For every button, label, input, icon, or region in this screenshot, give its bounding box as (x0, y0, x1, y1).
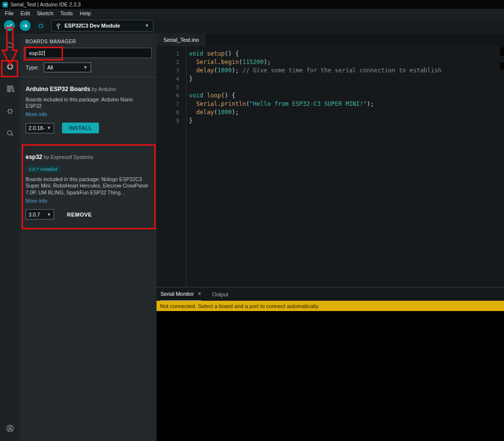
books-icon (5, 84, 15, 94)
chevron-down-icon: ▼ (145, 23, 149, 28)
code-token: ); (264, 59, 271, 65)
code-token: . (218, 100, 221, 107)
sidebar-item-search[interactable] (0, 122, 20, 144)
code-text: void loop() { (189, 92, 235, 100)
board-selector-dropdown[interactable]: ESP32C3 Dev Module ▼ (51, 20, 154, 32)
code-token: ( (246, 100, 250, 107)
package-author: by Arduino (90, 86, 116, 92)
sidebar-item-sketchbook[interactable] (0, 33, 20, 56)
check-icon (6, 23, 13, 29)
upload-button[interactable] (20, 20, 31, 31)
line-number: 4 (157, 75, 179, 83)
code-token: void (189, 92, 207, 99)
scrollbar-mark (500, 47, 504, 56)
code-token: println (221, 100, 246, 107)
menu-item-file[interactable]: File (1, 9, 17, 18)
version-value: 2.0.18- (29, 125, 45, 131)
more-info-link[interactable]: More info (26, 198, 47, 204)
code-token: ); (232, 67, 243, 74)
gutter-separator (186, 46, 187, 287)
badge-row: 3.0.7 installed (26, 164, 151, 173)
notification-bar: Not connected. Select a board and a port… (157, 301, 504, 311)
code-token (189, 67, 196, 74)
code-token: () { (221, 92, 235, 99)
line-number: 5 (157, 83, 179, 92)
sidebar-item-boards-manager[interactable] (0, 56, 20, 78)
code-token: } (189, 117, 192, 124)
folder-icon (5, 40, 15, 49)
code-line: 3 delay(1000); // Give some time for the… (157, 66, 504, 75)
code-token: loop (207, 92, 221, 99)
verify-button[interactable] (4, 20, 15, 31)
line-number: 6 (157, 92, 179, 100)
search-input-value: esp32 (29, 50, 44, 56)
code-line: 5 (157, 83, 504, 92)
code-token: } (189, 75, 192, 82)
bottom-panel: Serial Monitor × Output Not connected. S… (157, 287, 504, 441)
code-text: delay(1000); (189, 108, 239, 117)
code-token: . (218, 59, 221, 65)
version-dropdown[interactable]: 3.0.7▼ (26, 209, 54, 220)
package-author: by Espressif Systems (42, 154, 93, 160)
tab-output[interactable]: Output (212, 287, 228, 301)
code-line: 1void setup() { (157, 50, 504, 58)
sidebar-item-library-manager[interactable] (0, 78, 20, 100)
code-editor[interactable]: 1void setup() {2 Serial.begin(115200);3 … (157, 46, 504, 287)
window-title: Serial_Test | Arduino IDE 2.3.3 (10, 1, 81, 7)
line-number: 9 (157, 117, 179, 125)
code-token: ); (367, 100, 374, 107)
code-token: 1000 (218, 67, 232, 74)
menu-item-edit[interactable]: Edit (17, 9, 33, 18)
bottom-panel-tabs: Serial Monitor × Output (157, 287, 504, 301)
line-number: 3 (157, 66, 179, 75)
code-token: void (189, 50, 207, 57)
code-text: Serial.begin(115200); (189, 58, 271, 66)
bug-icon (36, 21, 45, 30)
more-info-link[interactable]: More info (26, 111, 47, 117)
serial-monitor-output (157, 312, 504, 441)
tab-serial-test-ino[interactable]: Serial_Test.ino (157, 33, 206, 46)
close-icon[interactable]: × (198, 290, 201, 297)
code-token (189, 59, 196, 65)
type-filter-row: Type: All ▼ (26, 63, 152, 72)
menubar: FileEditSketchToolsHelp (0, 9, 504, 18)
code-token: delay (196, 67, 214, 74)
code-token: "Hello from ESP32-C3 SUPER MINI!" (250, 100, 367, 107)
type-filter-dropdown[interactable]: All ▼ (44, 63, 91, 72)
toolbar: ESP32C3 Dev Module ▼ (0, 18, 504, 33)
code-line: 2 Serial.begin(115200); (157, 58, 504, 66)
menu-item-tools[interactable]: Tools (57, 9, 76, 18)
chevron-down-icon: ▼ (47, 212, 51, 217)
package-card-arduino-esp32-boards: Arduino ESP32 Boards by ArduinoBoards in… (20, 77, 157, 133)
package-name: Arduino ESP32 Boards (26, 86, 90, 93)
account-button[interactable] (0, 418, 20, 438)
package-title: esp32 by Espressif Systems (26, 152, 151, 161)
code-line: 7 Serial.println("Hello from ESP32-C3 SU… (157, 100, 504, 108)
code-token: setup (207, 50, 224, 57)
boards-manager-panel: BOARDS MANAGER esp32 Type: All ▼ Arduino… (20, 33, 157, 441)
menu-item-sketch[interactable]: Sketch (33, 9, 57, 18)
install-button[interactable]: INSTALL (62, 123, 99, 133)
activity-bar (0, 33, 20, 441)
code-line: 6void loop() { (157, 92, 504, 100)
code-token: // Give some time for the serial connect… (242, 67, 441, 74)
account-icon (5, 424, 15, 433)
tab-serial-monitor[interactable]: Serial Monitor × (160, 287, 201, 301)
version-dropdown[interactable]: 2.0.18-▼ (26, 123, 54, 133)
package-description: Boards included in this package: Nologo … (26, 176, 150, 195)
line-number: 1 (157, 50, 179, 58)
package-list: Arduino ESP32 Boards by ArduinoBoards in… (20, 77, 157, 220)
boards-search-input[interactable]: esp32 (26, 48, 152, 58)
editor-tab-bar: Serial_Test.ino (157, 33, 504, 46)
sidebar-item-debug[interactable] (0, 100, 20, 122)
menu-item-help[interactable]: Help (76, 9, 94, 18)
debug-icon (5, 106, 15, 116)
code-text: } (189, 75, 192, 83)
code-token: begin (221, 59, 239, 65)
code-line: 4} (157, 75, 504, 83)
debug-button[interactable] (35, 20, 46, 31)
editor-tab-label: Serial_Test.ino (163, 37, 199, 43)
remove-button[interactable]: REMOVE (67, 209, 92, 220)
code-lines: 1void setup() {2 Serial.begin(115200);3 … (157, 50, 504, 125)
package-card-esp32: esp32 by Espressif Systems3.0.7 installe… (20, 143, 157, 220)
